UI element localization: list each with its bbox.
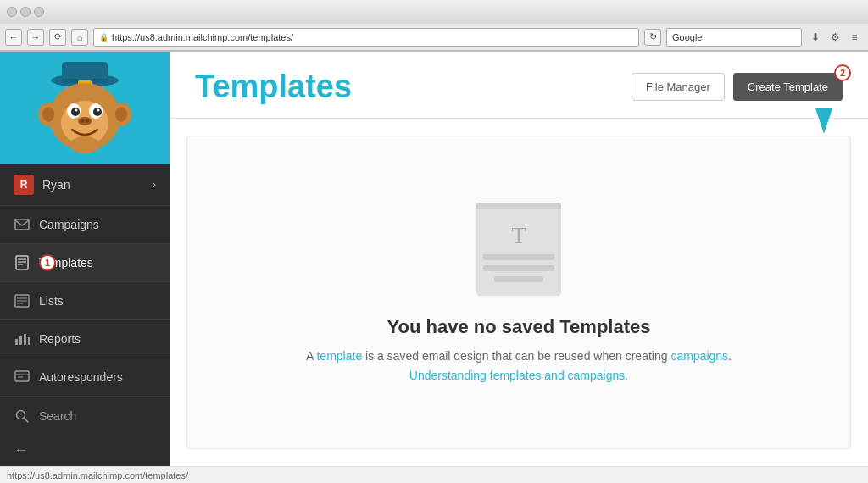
browser-titlebar: [0, 0, 868, 24]
svg-line-37: [25, 419, 29, 423]
browser-chrome: ← → ⟳ ⌂ 🔒 https://us8.admin.mailchimp.co…: [0, 0, 868, 52]
browser-maximize-btn[interactable]: [34, 7, 44, 17]
svg-point-12: [71, 108, 80, 116]
autoresponders-icon: [14, 369, 31, 386]
svg-rect-29: [15, 339, 18, 345]
lists-icon: [14, 292, 31, 309]
template-t-icon: T: [483, 222, 554, 249]
template-link[interactable]: template: [316, 349, 362, 363]
svg-point-6: [42, 107, 54, 122]
reports-label: Reports: [39, 332, 81, 346]
desc-suffix: .: [728, 349, 732, 363]
user-chevron-icon: ›: [153, 179, 156, 191]
svg-rect-31: [24, 334, 26, 345]
svg-point-18: [86, 118, 90, 122]
template-line-3: [494, 276, 544, 282]
template-icon-inner: T: [476, 208, 561, 289]
search-label: Search: [39, 409, 76, 423]
reports-icon: [14, 330, 31, 347]
browser-close-btn[interactable]: [7, 7, 17, 17]
browser-navbar: ← → ⟳ ⌂ 🔒 https://us8.admin.mailchimp.co…: [0, 24, 868, 51]
campaigns-label: Campaigns: [39, 218, 99, 231]
svg-point-14: [75, 108, 78, 111]
sidebar-nav: R Ryan › Campaigns: [0, 164, 170, 397]
search-icon: [14, 408, 31, 425]
understanding-link[interactable]: Understanding templates and campaigns.: [409, 369, 628, 382]
refresh-button[interactable]: ⟳: [49, 29, 66, 46]
menu-icon[interactable]: ≡: [846, 29, 863, 46]
svg-point-17: [81, 118, 85, 122]
empty-state-description: A template is a saved email design that …: [306, 347, 732, 365]
svg-rect-32: [28, 337, 30, 345]
home-button[interactable]: ⌂: [71, 29, 88, 46]
browser-controls: [7, 7, 44, 17]
create-template-button[interactable]: Create Template: [733, 73, 843, 101]
reload-button[interactable]: ↻: [644, 29, 661, 46]
main-content: Templates File Manager Create Template 2…: [170, 52, 868, 466]
campaigns-link[interactable]: campaigns: [670, 349, 728, 363]
download-icon[interactable]: ⬇: [807, 29, 824, 46]
status-url: https://us8.admin.mailchimp.com/template…: [7, 470, 188, 480]
browser-minimize-btn[interactable]: [20, 7, 31, 17]
sidebar: R Ryan › Campaigns: [0, 52, 170, 466]
sidebar-item-reports[interactable]: Reports: [0, 320, 170, 358]
templates-badge: 1: [39, 254, 56, 271]
url-text: https://us8.admin.mailchimp.com/template…: [112, 32, 293, 42]
file-manager-button[interactable]: File Manager: [632, 73, 725, 101]
back-button[interactable]: ←: [5, 29, 22, 46]
desc-prefix: A: [306, 349, 316, 363]
sidebar-item-templates[interactable]: Templates 1: [0, 244, 170, 282]
svg-rect-33: [15, 371, 29, 381]
svg-point-15: [97, 108, 100, 111]
sidebar-item-autoresponders[interactable]: Autoresponders: [0, 358, 170, 397]
search-bar[interactable]: Google: [666, 28, 802, 47]
sidebar-item-campaigns[interactable]: Campaigns: [0, 206, 170, 244]
empty-state-title: You have no saved Templates: [387, 316, 651, 338]
campaigns-icon: [14, 216, 31, 233]
templates-icon: [14, 254, 31, 271]
lock-icon: 🔒: [99, 33, 108, 42]
lists-label: Lists: [39, 294, 64, 308]
page-title: Templates: [195, 69, 352, 105]
create-template-wrapper: Create Template 2: [733, 73, 843, 101]
template-line-1: [483, 254, 554, 260]
svg-rect-21: [16, 256, 28, 269]
template-empty-icon: T: [476, 203, 561, 296]
address-bar[interactable]: 🔒 https://us8.admin.mailchimp.com/templa…: [93, 28, 639, 47]
tooltip-pointer-shape: [815, 108, 832, 134]
sidebar-back-button[interactable]: ←: [0, 435, 170, 466]
create-template-badge: 2: [834, 64, 851, 81]
svg-point-16: [78, 117, 92, 125]
svg-point-13: [93, 108, 102, 116]
template-line-2: [483, 265, 554, 271]
main-header: Templates File Manager Create Template 2: [170, 52, 868, 119]
svg-point-19: [70, 136, 100, 153]
svg-rect-20: [15, 219, 29, 230]
browser-extras: ⬇ ⚙ ≡: [807, 29, 863, 46]
empty-state: T You have no saved Templates A template…: [186, 136, 851, 449]
autoresponders-label: Autoresponders: [39, 370, 123, 384]
sidebar-search[interactable]: Search: [0, 397, 170, 435]
user-avatar: R: [14, 175, 34, 195]
extensions-icon[interactable]: ⚙: [826, 29, 843, 46]
sidebar-logo: [0, 52, 170, 164]
user-name-label: Ryan: [42, 178, 70, 192]
status-bar: https://us8.admin.mailchimp.com/template…: [0, 466, 868, 483]
back-arrow-icon: ←: [14, 441, 29, 459]
mailchimp-logo: [30, 53, 140, 164]
app-container: R Ryan › Campaigns: [0, 52, 868, 466]
svg-rect-30: [19, 336, 22, 345]
tooltip-arrow: [815, 108, 832, 134]
desc-middle: is a saved email design that can be reus…: [362, 349, 670, 363]
forward-button[interactable]: →: [27, 29, 44, 46]
header-actions: File Manager Create Template 2: [632, 73, 843, 101]
sidebar-item-user[interactable]: R Ryan ›: [0, 164, 170, 206]
search-value: Google: [672, 32, 702, 42]
svg-point-8: [115, 107, 127, 122]
sidebar-item-lists[interactable]: Lists: [0, 282, 170, 320]
